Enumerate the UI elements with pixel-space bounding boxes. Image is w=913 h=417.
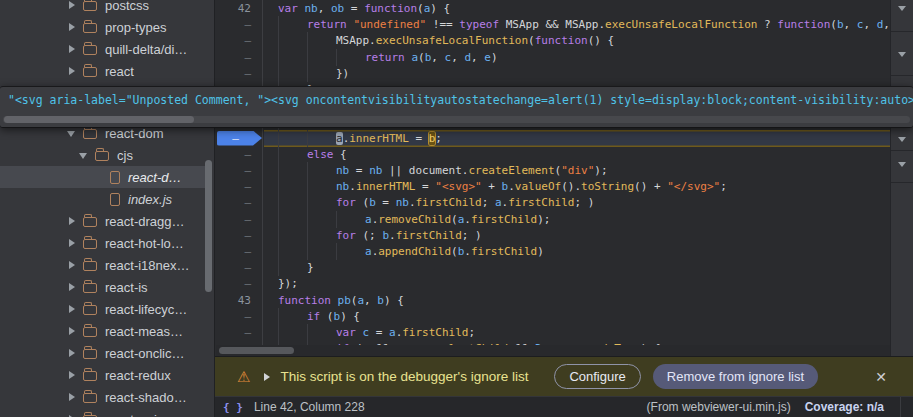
code-line[interactable]: if (b) { — [264, 308, 890, 325]
gutter-line[interactable]: – — [216, 227, 263, 244]
code-token: if — [307, 310, 320, 323]
gutter-line[interactable]: – — [216, 130, 263, 147]
tree-item-react[interactable]: react — [0, 60, 207, 82]
code-line[interactable]: }); — [264, 275, 890, 292]
code-line[interactable]: return a(b, c, d, e) — [264, 49, 890, 66]
tooltip-scrollbar-track[interactable] — [3, 116, 910, 123]
code-token: . — [464, 213, 471, 226]
gutter-line[interactable]: – — [216, 162, 263, 179]
code-line[interactable]: nb = nb || document.createElement("div")… — [264, 162, 890, 179]
gutter-line[interactable]: – — [216, 275, 263, 292]
editor-horizontal-scrollbar[interactable] — [216, 345, 890, 356]
warning-expand-icon[interactable] — [264, 373, 270, 381]
sidebar-vertical-scrollbar[interactable] — [205, 160, 212, 292]
code-token: "</svg>" — [667, 180, 720, 193]
code-line[interactable]: a.removeChild(a.firstChild); — [264, 211, 890, 228]
pretty-print-icon[interactable]: { } — [223, 401, 243, 414]
tree-item-quill-deltadi[interactable]: quill-delta/di… — [0, 38, 207, 60]
tree-item-prop-types[interactable]: prop-types — [0, 16, 207, 38]
gutter-line[interactable]: – — [216, 178, 263, 195]
gutter-line[interactable]: 42 — [216, 0, 263, 17]
chevron-down-icon[interactable] — [898, 137, 906, 142]
tree-item-label: react-swipe… — [105, 412, 184, 417]
tree-item-cjs[interactable]: cjs — [0, 144, 207, 166]
code-token: MSApp. — [336, 34, 376, 47]
code-token: b — [382, 229, 389, 242]
gutter-line[interactable]: – — [216, 308, 263, 325]
code-token: createElement — [468, 164, 554, 177]
chevron-collapsed-icon[interactable] — [68, 349, 76, 357]
code-token: ; ) — [574, 196, 594, 209]
chevron-collapsed-icon[interactable] — [68, 393, 76, 401]
tree-item-react-dragg[interactable]: react-dragg… — [0, 210, 207, 232]
chevron-collapsed-icon[interactable] — [68, 45, 76, 53]
code-line[interactable]: a.appendChild(b.firstChild) — [264, 243, 890, 260]
chevron-collapsed-icon[interactable] — [68, 23, 76, 31]
gutter-line[interactable]: – — [216, 146, 263, 163]
tree-item-react-is[interactable]: react-is — [0, 276, 207, 298]
code-token: . — [409, 196, 416, 209]
configure-button[interactable]: Configure — [554, 364, 640, 389]
close-icon[interactable]: ✕ — [875, 369, 887, 385]
scrollbar-thumb[interactable] — [219, 347, 294, 354]
gutter-line[interactable]: – — [216, 194, 263, 211]
chevron-collapsed-icon[interactable] — [68, 239, 76, 247]
chevron-down-icon[interactable] — [898, 162, 906, 167]
gutter-line[interactable]: – — [216, 49, 263, 66]
remove-from-ignore-list-button[interactable]: Remove from ignore list — [653, 364, 818, 389]
chevron-collapsed-icon[interactable] — [68, 67, 76, 75]
code-token: = — [415, 180, 435, 193]
tree-item-react-hot-lo[interactable]: react-hot-lo… — [0, 232, 207, 254]
chevron-down-icon[interactable] — [898, 52, 906, 57]
code-token: ( — [320, 310, 333, 323]
tree-item-react-onclic[interactable]: react-onclic… — [0, 342, 207, 364]
tooltip-scrollbar-thumb[interactable] — [4, 116, 194, 123]
code-content[interactable]: var nb, ob = function(a) {return "undefi… — [264, 0, 890, 356]
tree-item-react-d[interactable]: react-d… — [0, 166, 207, 188]
chevron-down-icon[interactable] — [898, 6, 906, 11]
code-line[interactable]: } — [264, 259, 890, 276]
code-line[interactable]: MSApp.execUnsafeLocalFunction(function()… — [264, 32, 890, 49]
chevron-collapsed-icon[interactable] — [68, 305, 76, 313]
code-line[interactable]: var nb, ob = function(a) { — [264, 0, 890, 17]
tree-item-react-swipe[interactable]: react-swipe… — [0, 408, 207, 417]
gutter-line[interactable]: – — [216, 32, 263, 49]
tree-item-react-lifecyc[interactable]: react-lifecyc… — [0, 298, 207, 320]
current-execution-line[interactable]: a.innerHTML = b; — [264, 130, 890, 147]
chevron-collapsed-icon[interactable] — [68, 371, 76, 379]
gutter-line[interactable]: – — [216, 243, 263, 260]
code-line[interactable]: for (b = nb.firstChild; a.firstChild; ) — [264, 194, 890, 211]
chevron-collapsed-icon[interactable] — [68, 283, 76, 291]
tree-item-react-i18nex[interactable]: react-i18nex… — [0, 254, 207, 276]
tree-item-postcss[interactable]: postcss — [0, 0, 207, 16]
chevron-expanded-icon[interactable] — [68, 129, 76, 137]
gutter-line[interactable]: – — [216, 324, 263, 341]
code-line[interactable]: function pb(a, b) { — [264, 292, 890, 309]
code-line[interactable]: nb.innerHTML = "<svg>" + b.valueOf().toS… — [264, 178, 890, 195]
chevron-collapsed-icon[interactable] — [68, 327, 76, 335]
code-token: function — [535, 34, 588, 47]
chevron-collapsed-icon[interactable] — [68, 261, 76, 269]
gutter-line[interactable]: – — [216, 211, 263, 228]
tree-item-react-redux[interactable]: react-redux — [0, 364, 207, 386]
gutter-line[interactable]: – — [216, 65, 263, 82]
code-token: , — [431, 51, 444, 64]
code-line[interactable]: else { — [264, 146, 890, 163]
code-token: + — [482, 180, 502, 193]
gutter-line[interactable]: – — [216, 16, 263, 33]
chevron-expanded-icon[interactable] — [80, 151, 88, 159]
gutter-line[interactable]: 43 — [216, 292, 263, 309]
chevron-collapsed-icon[interactable] — [68, 217, 76, 225]
tree-item-react-meas[interactable]: react-meas… — [0, 320, 207, 342]
coverage-link[interactable]: Coverage: n/a — [805, 400, 884, 414]
indent-guides — [278, 178, 336, 195]
code-line[interactable]: var c = a.firstChild; — [264, 324, 890, 341]
code-line[interactable]: }) — [264, 65, 890, 82]
code-line[interactable]: return "undefined" !== typeof MSApp && M… — [264, 16, 890, 33]
chevron-collapsed-icon[interactable] — [68, 1, 76, 9]
tree-item-indexjs[interactable]: index.js — [0, 188, 207, 210]
code-line[interactable]: for (; b.firstChild; ) — [264, 227, 890, 244]
code-token: a — [411, 51, 418, 64]
tree-item-react-shado[interactable]: react-shado… — [0, 386, 207, 408]
gutter-line[interactable]: – — [216, 259, 263, 276]
